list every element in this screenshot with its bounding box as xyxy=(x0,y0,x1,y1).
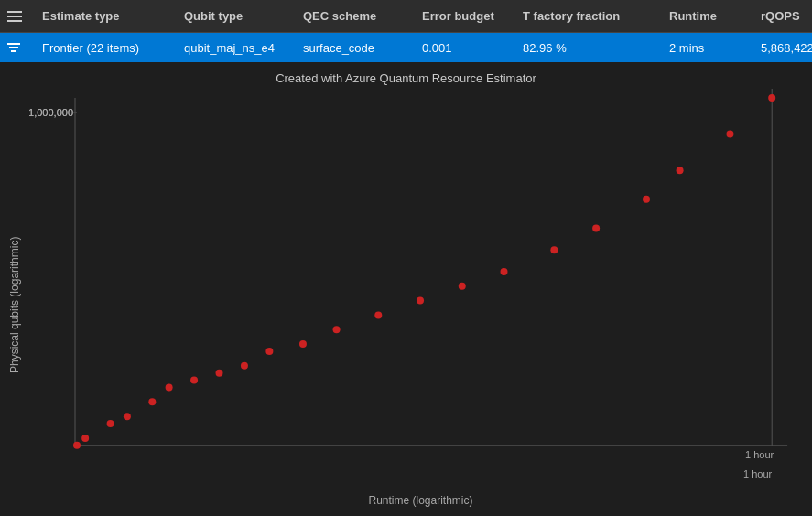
chart-title: Created with Azure Quantum Resource Esti… xyxy=(276,71,536,85)
y-axis-label: Physical qubits (logarithmic) xyxy=(0,89,29,494)
cell-error-budget: 0.001 xyxy=(415,41,515,55)
data-row-frontier[interactable]: Frontier (22 items) qubit_maj_ns_e4 surf… xyxy=(0,33,812,62)
header-estimate-type: Estimate type xyxy=(35,9,177,23)
cell-runtime: 2 mins xyxy=(662,41,753,55)
cell-t-factory-fraction: 82.96 % xyxy=(515,41,662,55)
chart-area: Physical qubits (logarithmic) 1,000,000 … xyxy=(0,89,812,494)
chart-inner: 1,000,000 1 hour xyxy=(29,89,803,494)
cell-rqops: 5,868,422 xyxy=(753,41,812,55)
table-header-row: Estimate type Qubit type QEC scheme Erro… xyxy=(0,0,812,33)
header-qec-scheme: QEC scheme xyxy=(296,9,415,23)
header-error-budget: Error budget xyxy=(415,9,515,23)
header-qubit-type: Qubit type xyxy=(177,9,296,23)
x-axis-row: Runtime (logarithmic) xyxy=(0,494,812,514)
cell-qubit-type: qubit_maj_ns_e4 xyxy=(177,41,296,55)
filter-icon xyxy=(7,43,35,52)
hamburger-icon-header xyxy=(7,11,35,22)
chart-container: Created with Azure Quantum Resource Esti… xyxy=(0,62,812,514)
header-runtime: Runtime xyxy=(662,9,753,23)
table-container: Estimate type Qubit type QEC scheme Erro… xyxy=(0,0,812,62)
cell-estimate-type: Frontier (22 items) xyxy=(35,41,177,55)
cell-qec-scheme: surface_code xyxy=(296,41,415,55)
app-container: Estimate type Qubit type QEC scheme Erro… xyxy=(0,0,812,514)
header-rqops: rQOPS xyxy=(753,9,812,23)
header-t-factory-fraction: T factory fraction xyxy=(515,9,662,23)
x-axis-label: Runtime (logarithmic) xyxy=(29,494,812,514)
